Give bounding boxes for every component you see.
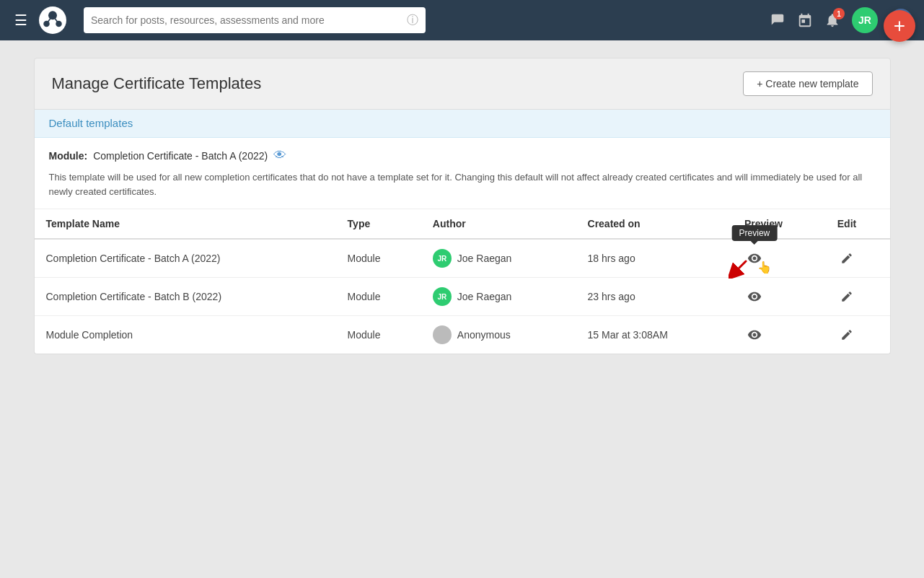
table-row: Completion Certificate - Batch B (2022)M… [35, 278, 890, 316]
preview-button[interactable] [744, 325, 765, 345]
col-template-name: Template Name [35, 209, 336, 239]
cell-created: 15 Mar at 3:08AM [576, 316, 733, 354]
cell-template-name: Completion Certificate - Batch A (2022) [35, 239, 336, 278]
cell-template-name: Module Completion [35, 316, 336, 354]
table-header-row: Template Name Type Author Created on Pre… [35, 209, 890, 239]
col-edit: Edit [826, 209, 890, 239]
default-module-row: Module: Completion Certificate - Batch A… [49, 148, 876, 163]
author-avatar [433, 325, 452, 344]
search-bar[interactable]: ⓘ [84, 7, 426, 33]
cell-preview [733, 316, 826, 354]
cell-preview [733, 278, 826, 316]
cell-type: Module [336, 239, 421, 278]
edit-button[interactable] [837, 287, 856, 306]
default-description: This template will be used for all new c… [49, 170, 876, 198]
search-info-icon: ⓘ [407, 13, 418, 28]
col-type: Type [336, 209, 421, 239]
table-row: Module CompletionModuleAnonymous15 Mar a… [35, 316, 890, 354]
default-templates-section: Default templates [35, 110, 890, 138]
cell-created: 18 hrs ago [576, 239, 733, 278]
preview-button[interactable] [744, 286, 765, 307]
section-title: Default templates [49, 117, 133, 129]
cell-edit [826, 239, 890, 278]
search-input[interactable] [91, 14, 401, 26]
user-avatar[interactable]: JR [852, 7, 878, 33]
main-card: Default templates Module: Completion Cer… [34, 110, 891, 354]
author-avatar: JR [433, 287, 452, 306]
create-template-button[interactable]: + Create new template [743, 71, 872, 96]
preview-button[interactable] [744, 248, 765, 268]
cell-type: Module [336, 316, 421, 354]
logo[interactable] [39, 6, 66, 34]
cell-author: JRJoe Raegan [421, 239, 576, 278]
cell-template-name: Completion Certificate - Batch B (2022) [35, 278, 336, 316]
module-value: Completion Certificate - Batch A (2022) [93, 150, 268, 162]
author-avatar: JR [433, 249, 452, 268]
author-name: Anonymous [457, 329, 511, 341]
templates-table: Template Name Type Author Created on Pre… [35, 209, 890, 354]
module-label: Module: [49, 150, 88, 162]
page-title: Manage Certificate Templates [52, 74, 262, 93]
calendar-icon[interactable] [797, 12, 813, 28]
author-name: Joe Raegan [457, 253, 512, 264]
author-name: Joe Raegan [457, 291, 512, 302]
notification-icon[interactable]: 1 [824, 12, 840, 28]
cell-type: Module [336, 278, 421, 316]
col-created: Created on [576, 209, 733, 239]
edit-button[interactable] [837, 249, 856, 268]
edit-button[interactable] [837, 325, 856, 344]
default-preview-icon[interactable]: 👁 [273, 148, 286, 163]
default-info-block: Module: Completion Certificate - Batch A… [35, 138, 890, 209]
col-preview: Preview [733, 209, 826, 239]
cell-author: Anonymous [421, 316, 576, 354]
cell-author: JRJoe Raegan [421, 278, 576, 316]
fab-add-button[interactable]: + [884, 10, 915, 42]
notification-badge: 1 [833, 8, 845, 19]
cell-edit [826, 278, 890, 316]
cell-edit [826, 316, 890, 354]
posts-icon[interactable] [770, 12, 786, 28]
table-row: Completion Certificate - Batch A (2022)M… [35, 239, 890, 278]
cell-preview: Preview👆 [733, 239, 826, 278]
page-header: Manage Certificate Templates + Create ne… [34, 58, 891, 110]
cell-created: 23 hrs ago [576, 278, 733, 316]
hamburger-menu[interactable]: ☰ [12, 9, 30, 32]
col-author: Author [421, 209, 576, 239]
